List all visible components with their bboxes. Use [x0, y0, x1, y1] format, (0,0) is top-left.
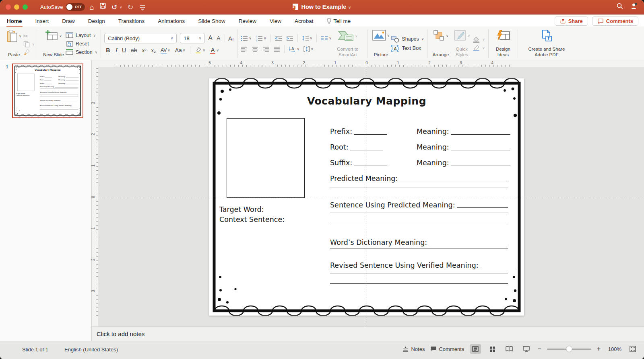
horizontal-guide[interactable] [98, 198, 644, 198]
bullets-button[interactable]: ∨ [241, 35, 252, 41]
tab-draw[interactable]: Draw [62, 16, 75, 26]
picture-button[interactable]: ∨ Picture [371, 29, 392, 59]
search-icon[interactable] [615, 2, 625, 12]
picture-icon [372, 30, 386, 41]
tab-home[interactable]: Home [6, 16, 23, 26]
subscript-button[interactable]: x₂ [151, 47, 156, 53]
numbering-button[interactable]: 123 ∨ [256, 35, 266, 41]
increase-font-size-button[interactable]: Aˆ [208, 35, 213, 42]
font-name-select[interactable]: Calibri (Body)∨ [104, 33, 177, 43]
align-text-vertical-button[interactable]: ∨ [303, 46, 314, 52]
superscript-button[interactable]: x² [142, 47, 147, 53]
align-right-button[interactable] [262, 47, 269, 52]
predicted-meaning-row[interactable]: Predicted Meaning: [330, 174, 508, 183]
shape-fill-button[interactable]: ∨ [473, 37, 485, 43]
tell-me-button[interactable]: Tell me [326, 18, 351, 25]
strikethrough-button[interactable]: ab [131, 47, 137, 53]
underline-button[interactable]: U [122, 47, 126, 53]
zoom-out-button[interactable]: − [537, 345, 541, 353]
create-share-adobe-pdf-button[interactable]: Create and Share Adobe PDF [521, 29, 572, 59]
format-painter-button[interactable] [23, 49, 35, 55]
language-label[interactable]: English (United States) [64, 347, 118, 353]
increase-indent-button[interactable] [286, 36, 293, 41]
revised-sentence-row[interactable]: Revised Sentence Using Verified Meaning: [330, 261, 508, 269]
dictionary-meaning-row[interactable]: Word’s Dictionary Meaning: [330, 238, 508, 246]
font-color-button[interactable]: A∨ [210, 47, 219, 54]
tab-slide-show[interactable]: Slide Show [198, 16, 226, 26]
reading-view-button[interactable] [504, 344, 515, 354]
tab-design[interactable]: Design [88, 16, 105, 26]
align-center-button[interactable] [252, 47, 258, 52]
account-icon[interactable] [629, 2, 638, 12]
comments-button[interactable]: Comments [592, 16, 638, 26]
shape-fill-icon [473, 37, 480, 43]
decrease-indent-button[interactable] [275, 36, 282, 41]
tab-review[interactable]: Review [238, 16, 257, 26]
zoom-percentage[interactable]: 100% [606, 346, 621, 352]
fit-slide-to-window-button[interactable] [627, 344, 638, 354]
character-spacing-button[interactable]: AV∨ [161, 47, 170, 53]
italic-button[interactable]: I [115, 47, 117, 53]
notes-icon [402, 347, 409, 352]
sentence-predicted-row[interactable]: Sentence Using Predicted Meaning: [330, 201, 508, 209]
slideshow-view-button[interactable] [520, 344, 532, 354]
arrange-button[interactable]: ∨ Arrange [431, 29, 450, 59]
font-size-select[interactable]: 18∨ [180, 33, 205, 43]
columns-button[interactable]: ∨ [321, 36, 332, 41]
design-ideas-button[interactable]: Design Ideas [492, 29, 514, 59]
notes-pane[interactable]: Click to add notes [92, 326, 644, 341]
slide-count-label: Slide 1 of 1 [22, 347, 48, 353]
highlight-color-button[interactable]: ∨ [195, 47, 205, 53]
text-box-button[interactable]: A Text Box [391, 45, 424, 52]
line-spacing-button[interactable]: ∨ [302, 35, 313, 41]
clear-formatting-button[interactable]: A◊ [228, 35, 234, 42]
justify-icon [273, 47, 280, 52]
text-direction-button[interactable]: A ∨ [289, 46, 299, 52]
shapes-button[interactable]: Shapes∨ [391, 36, 424, 43]
comments-toggle-button[interactable]: Comments [430, 346, 464, 352]
lightbulb-icon [326, 18, 332, 25]
slide-thumbnail[interactable]: Vocabulary Mapping Target Word: Context … [12, 64, 83, 118]
bold-button[interactable]: B [106, 47, 110, 53]
cut-button[interactable]: ✂ [23, 33, 35, 40]
writing-line [330, 273, 508, 273]
shape-outline-button[interactable]: ∨ [473, 45, 485, 51]
align-left-button[interactable] [241, 47, 248, 52]
reset-button[interactable]: Reset [66, 41, 97, 47]
justify-button[interactable] [273, 47, 280, 52]
decrease-font-size-button[interactable]: Aˇ [217, 35, 221, 41]
copy-button[interactable]: ∨ [23, 41, 35, 47]
zoom-in-button[interactable]: + [597, 345, 601, 353]
layout-button[interactable]: Layout∨ [66, 32, 97, 38]
tab-acrobat[interactable]: Acrobat [294, 16, 314, 26]
powerpoint-window: AutoSave OFF ⌂ ↺ ∨ ↻ PHow to Example ∨ H… [0, 0, 644, 359]
quick-styles-button[interactable]: ∨ Quick Styles [450, 29, 473, 59]
zoom-slider[interactable] [547, 349, 591, 350]
suffix-row[interactable]: Suffix:Meaning: [330, 159, 516, 168]
document-title[interactable]: PHow to Example ∨ [0, 4, 644, 10]
writing-line [330, 225, 508, 225]
convert-to-smartart-button[interactable]: ∨ Convert to SmartArt [332, 29, 364, 59]
tab-transitions[interactable]: Transitions [118, 16, 145, 26]
writing-line [330, 283, 508, 284]
reading-view-icon [506, 346, 513, 352]
change-case-button[interactable]: Aa∨ [175, 47, 186, 53]
zoom-slider-knob[interactable] [566, 346, 572, 352]
vertical-guide[interactable] [367, 67, 367, 326]
tab-animations[interactable]: Animations [157, 16, 185, 26]
slide-editor-canvas[interactable]: 5 4 3 2 1 0 1 2 3 4 3 2 1 0 1 2 3 [92, 60, 644, 326]
comment-icon [597, 18, 604, 24]
tab-view[interactable]: View [269, 16, 282, 26]
tab-insert[interactable]: Insert [35, 16, 50, 26]
target-word-block[interactable]: Target Word: Context Sentence: [219, 205, 285, 225]
share-button[interactable]: Share [555, 16, 588, 26]
notes-toggle-button[interactable]: Notes [402, 346, 425, 352]
paste-button[interactable]: ∨ Paste [5, 29, 23, 59]
image-placeholder-box[interactable] [227, 118, 305, 198]
prefix-row[interactable]: Prefix:Meaning: [330, 127, 516, 137]
root-row[interactable]: Root:Meaning: [330, 143, 516, 153]
normal-view-button[interactable] [470, 344, 481, 354]
slide-sorter-view-button[interactable] [487, 344, 498, 354]
section-button[interactable]: Section∨ [66, 49, 97, 55]
new-slide-button[interactable]: ∨ New Slide [41, 29, 66, 59]
